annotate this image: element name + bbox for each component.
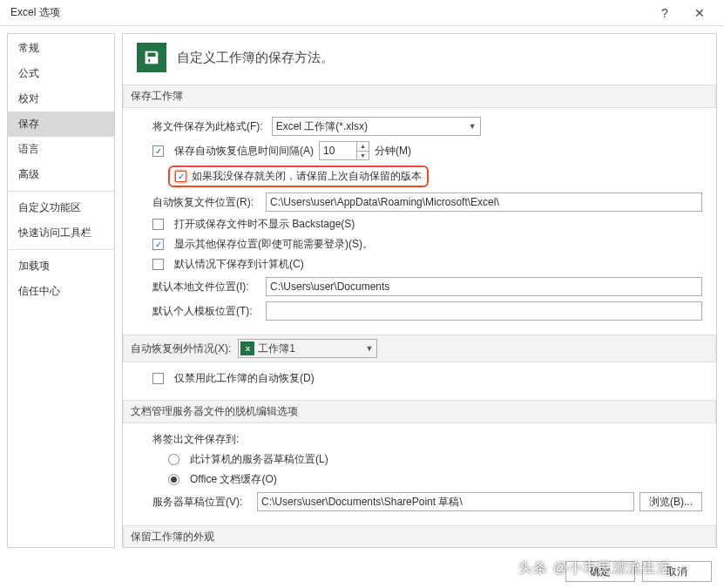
browse-button[interactable]: 浏览(B)... [639, 492, 702, 511]
server-draft-loc-value: C:\Users\user\Documents\SharePoint 草稿\ [261, 495, 463, 510]
section-offline-editing: 文档管理服务器文件的脱机编辑选项 [123, 400, 716, 423]
office-cache-label: Office 文档缓存(O) [190, 472, 277, 487]
autorecover-loc-input[interactable]: C:\Users\user\AppData\Roaming\Microsoft\… [266, 193, 702, 212]
sidebar-item-customize-ribbon[interactable]: 自定义功能区 [8, 195, 114, 220]
office-cache-radio[interactable] [168, 474, 179, 485]
workbook-dropdown[interactable]: X 工作簿1 ▼ [238, 339, 377, 358]
show-other-label: 显示其他保存位置(即使可能需要登录)(S)。 [174, 237, 373, 252]
section-autorecover-exceptions: 自动恢复例外情况(X): X 工作簿1 ▼ [123, 335, 716, 362]
autorecover-exceptions-label: 自动恢复例外情况(X): [131, 341, 231, 356]
save-to-label: 将签出文件保存到: [152, 432, 239, 447]
cancel-button[interactable]: 取消 [642, 561, 712, 582]
show-other-checkbox[interactable] [152, 239, 164, 250]
save-computer-label: 默认情况下保存到计算机(C) [174, 257, 304, 272]
disable-autorecover-checkbox[interactable] [152, 373, 164, 384]
save-computer-checkbox[interactable] [152, 259, 164, 270]
disable-autorecover-label: 仅禁用此工作簿的自动恢复(D) [174, 371, 315, 386]
server-draft-loc-input[interactable]: C:\Users\user\Documents\SharePoint 草稿\ [257, 492, 634, 511]
sidebar: 常规 公式 校对 保存 语言 高级 自定义功能区 快速访问工具栏 加载项 信任中… [7, 33, 115, 548]
sidebar-item-quick-access[interactable]: 快速访问工具栏 [8, 220, 114, 246]
chevron-down-icon: ▼ [365, 344, 373, 353]
main-content: 常规 公式 校对 保存 语言 高级 自定义功能区 快速访问工具栏 加载项 信任中… [0, 26, 724, 555]
autosave-interval-spinner[interactable]: 10 ▲▼ [319, 141, 369, 160]
sidebar-item-language[interactable]: 语言 [8, 137, 114, 162]
workbook-name: 工作簿1 [258, 341, 295, 356]
excel-file-icon: X [240, 341, 254, 355]
titlebar: Excel 选项 ? ✕ [0, 0, 724, 26]
sidebar-item-formulas[interactable]: 公式 [8, 61, 114, 86]
sidebar-item-proofing[interactable]: 校对 [8, 86, 114, 112]
sidebar-separator [8, 249, 114, 250]
sidebar-separator [8, 191, 114, 192]
save-icon [137, 43, 166, 72]
help-icon[interactable]: ? [647, 0, 682, 26]
close-icon[interactable]: ✕ [682, 0, 717, 26]
default-local-input[interactable]: C:\Users\user\Documents [266, 277, 702, 296]
server-draft-loc-label: 服务器草稿位置(V): [152, 495, 248, 510]
sidebar-item-trust-center[interactable]: 信任中心 [8, 279, 114, 304]
server-draft-radio[interactable] [168, 454, 179, 465]
section-save-workbooks: 保存工作簿 [123, 84, 716, 108]
save-format-dropdown[interactable]: Excel 工作簿(*.xlsx) ▼ [272, 117, 481, 136]
ok-button[interactable]: 确定 [565, 561, 635, 582]
sidebar-item-advanced[interactable]: 高级 [8, 162, 114, 187]
chevron-down-icon: ▼ [469, 122, 477, 131]
section-appearance: 保留工作簿的外观 [123, 525, 716, 548]
save-format-value: Excel 工作簿(*.xlsx) [276, 119, 368, 134]
content-panel: 自定义工作簿的保存方法。 保存工作簿 将文件保存为此格式(F): Excel 工… [122, 33, 717, 548]
server-draft-label: 此计算机的服务器草稿位置(L) [190, 452, 328, 467]
sidebar-item-addins[interactable]: 加载项 [8, 253, 114, 279]
autorecover-loc-value: C:\Users\user\AppData\Roaming\Microsoft\… [270, 196, 499, 208]
keep-last-label: 如果我没保存就关闭，请保留上次自动保留的版本 [192, 169, 422, 184]
keep-last-highlight: 如果我没保存就关闭，请保留上次自动保留的版本 [168, 166, 429, 187]
page-title: 自定义工作簿的保存方法。 [177, 50, 334, 66]
personal-template-input[interactable] [266, 301, 702, 321]
sidebar-item-general[interactable]: 常规 [8, 36, 114, 61]
default-local-value: C:\Users\user\Documents [270, 280, 389, 293]
autosave-unit-label: 分钟(M) [375, 144, 411, 159]
autosave-checkbox[interactable] [152, 145, 164, 157]
no-backstage-checkbox[interactable] [152, 219, 164, 230]
sidebar-item-save[interactable]: 保存 [8, 112, 114, 137]
spinner-down-icon[interactable]: ▼ [357, 152, 369, 160]
default-local-label: 默认本地文件位置(I): [152, 280, 257, 294]
spinner-up-icon[interactable]: ▲ [357, 142, 369, 152]
autorecover-loc-label: 自动恢复文件位置(R): [152, 195, 257, 210]
autosave-interval-value: 10 [323, 145, 335, 157]
keep-last-checkbox[interactable] [175, 171, 186, 182]
dialog-footer: 确定 取消 [0, 555, 724, 588]
no-backstage-label: 打开或保存文件时不显示 Backstage(S) [174, 217, 355, 232]
page-header: 自定义工作簿的保存方法。 [137, 43, 702, 72]
autosave-label: 保存自动恢复信息时间间隔(A) [174, 144, 314, 159]
format-label: 将文件保存为此格式(F): [152, 119, 263, 134]
window-title: Excel 选项 [7, 5, 647, 20]
personal-template-label: 默认个人模板位置(T): [152, 304, 257, 319]
